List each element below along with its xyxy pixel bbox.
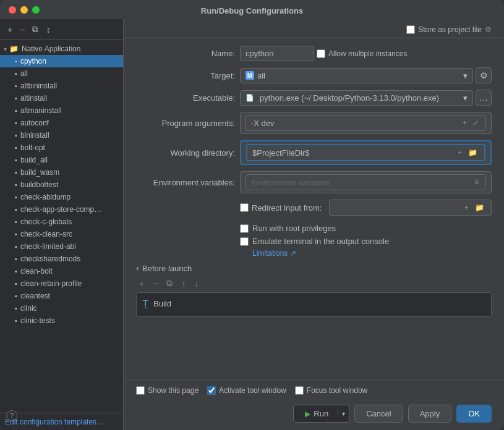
env-vars-edit-button[interactable]: ≡	[472, 177, 481, 187]
before-launch-down-button[interactable]: ↓	[191, 277, 202, 290]
native-app-group: ▾ 📁 Native Application ▪ cpython ▪ all ▪	[0, 41, 123, 328]
before-launch-header: ▾ Before launch	[136, 264, 492, 273]
run-dropdown-arrow[interactable]: ▾	[338, 410, 349, 417]
chevron-down-icon: ▾	[463, 93, 468, 103]
env-vars-field[interactable]: Environment variables ≡	[246, 174, 486, 190]
traffic-lights	[9, 6, 40, 14]
before-launch-copy-button[interactable]: ⧉	[163, 277, 176, 290]
list-item[interactable]: ▪ build_wasm	[0, 166, 123, 179]
executable-browse-button[interactable]: …	[476, 90, 492, 106]
add-arg-button[interactable]: +	[461, 118, 469, 128]
cancel-button[interactable]: Cancel	[354, 405, 403, 423]
run-label: Run	[314, 409, 335, 418]
config-icon: ▪	[15, 132, 17, 139]
group-label: Native Application	[22, 44, 80, 53]
list-item[interactable]: ▪ altbininstall	[0, 80, 123, 92]
close-button[interactable]	[9, 6, 16, 14]
chevron-down-icon: ▾	[4, 46, 7, 53]
name-row: Name: Allow multiple instances	[136, 46, 492, 61]
activate-window-option: Activate tool window	[207, 386, 286, 395]
add-config-button[interactable]: +	[5, 23, 15, 36]
minimize-button[interactable]	[20, 6, 28, 14]
activate-window-checkbox[interactable]	[207, 386, 216, 395]
limitations-section: Limitations ↗	[240, 249, 492, 258]
list-item[interactable]: ▪ clean-bolt	[0, 265, 123, 277]
redirect-field[interactable]: + 📁	[329, 200, 492, 216]
run-root-checkbox[interactable]	[240, 224, 249, 233]
list-item[interactable]: ▪ checksharedmods	[0, 253, 123, 265]
allow-multiple-checkbox[interactable]	[317, 49, 325, 58]
env-vars-label: Environment variables:	[136, 178, 235, 187]
item-label: build_wasm	[20, 168, 59, 177]
run-button[interactable]: ▶ Run ▾	[293, 405, 349, 423]
list-item[interactable]: ▪ cpython	[0, 55, 123, 67]
apply-button[interactable]: Apply	[408, 405, 452, 423]
list-item[interactable]: ▪ clean-retain-profile	[0, 277, 123, 290]
help-button[interactable]: ?	[6, 410, 17, 421]
add-workdir-button[interactable]: +	[456, 148, 464, 158]
program-args-field[interactable]: -X dev + ⤢	[246, 115, 486, 131]
list-item[interactable]: ▪ bininstall	[0, 129, 123, 141]
copy-config-button[interactable]: ⧉	[30, 23, 41, 36]
maximize-button[interactable]	[32, 6, 40, 14]
name-input[interactable]	[240, 46, 314, 61]
config-header: Store as project file ⚙	[124, 19, 504, 38]
list-item[interactable]: ▪ buildbottest	[0, 179, 123, 191]
list-item[interactable]: T̲ Build	[137, 295, 491, 311]
group-header[interactable]: ▾ 📁 Native Application	[0, 43, 123, 55]
browse-workdir-button[interactable]: 📁	[466, 148, 479, 158]
browse-redirect-button[interactable]: 📁	[473, 203, 486, 213]
config-icon: ▪	[15, 317, 17, 324]
config-icon: ▪	[15, 268, 17, 275]
list-item[interactable]: ▪ all	[0, 67, 123, 80]
env-vars-placeholder: Environment variables	[251, 178, 331, 187]
list-item[interactable]: ▪ build_all	[0, 154, 123, 166]
dialog-title: Run/Debug Configurations	[201, 6, 303, 15]
item-label: altmaninstall	[20, 106, 62, 115]
ok-button[interactable]: OK	[456, 405, 492, 423]
redirect-text: Redirect input from:	[252, 203, 322, 213]
list-item[interactable]: ▪ autoconf	[0, 117, 123, 129]
run-root-row: Run with root privileges	[240, 222, 492, 235]
target-dropdown[interactable]: M all ▾	[240, 68, 473, 83]
list-item[interactable]: ▪ bolt-opt	[0, 141, 123, 154]
program-args-label: Program arguments:	[136, 119, 235, 128]
show-page-checkbox[interactable]	[136, 386, 145, 395]
item-label: check-abidump	[20, 193, 70, 201]
config-icon: ▪	[15, 292, 17, 300]
list-item[interactable]: ▪ check-clean-src	[0, 228, 123, 240]
name-label: Name:	[136, 49, 235, 58]
remove-config-button[interactable]: −	[17, 23, 27, 36]
item-label: check-limited-abi	[20, 242, 76, 251]
focus-window-checkbox[interactable]	[295, 386, 304, 395]
config-icon: ▪	[15, 57, 17, 65]
show-page-option: Show this page	[136, 386, 199, 395]
list-item[interactable]: ▪ clinic-tests	[0, 314, 123, 327]
list-item[interactable]: ▪ altmaninstall	[0, 104, 123, 117]
footer-buttons: ▶ Run ▾ Cancel Apply OK	[124, 400, 504, 430]
list-item[interactable]: ▪ check-abidump	[0, 191, 123, 203]
target-settings-button[interactable]: ⚙	[476, 67, 492, 83]
working-dir-field[interactable]: $ProjectFileDir$ + 📁	[246, 144, 485, 161]
config-icon: ▪	[15, 305, 17, 312]
list-item[interactable]: ▪ check-limited-abi	[0, 240, 123, 253]
sort-config-button[interactable]: ↕	[43, 23, 53, 36]
config-icon: ▪	[15, 107, 17, 114]
redirect-checkbox[interactable]	[240, 203, 249, 212]
before-launch-add-button[interactable]: +	[136, 277, 147, 290]
list-item[interactable]: ▪ altinstall	[0, 92, 123, 104]
list-item[interactable]: ▪ clinic	[0, 302, 123, 314]
expand-args-button[interactable]: ⤢	[471, 118, 481, 128]
config-icon: ▪	[15, 144, 17, 151]
edit-templates-link[interactable]: Edit configuration templates…	[5, 418, 104, 426]
list-item[interactable]: ▪ cleantest	[0, 290, 123, 302]
add-redirect-button[interactable]: +	[463, 203, 471, 213]
before-launch-up-button[interactable]: ↑	[178, 277, 189, 290]
list-item[interactable]: ▪ check-c-globals	[0, 216, 123, 228]
limitations-link[interactable]: Limitations ↗	[252, 249, 492, 258]
emulate-checkbox[interactable]	[240, 237, 249, 246]
store-as-checkbox[interactable]	[406, 25, 415, 34]
before-launch-remove-button[interactable]: −	[150, 277, 161, 290]
executable-dropdown[interactable]: 📄 python.exe (~/ Desktop/Python-3.13.0/p…	[240, 90, 473, 106]
list-item[interactable]: ▪ check-app-store-comp…	[0, 203, 123, 216]
